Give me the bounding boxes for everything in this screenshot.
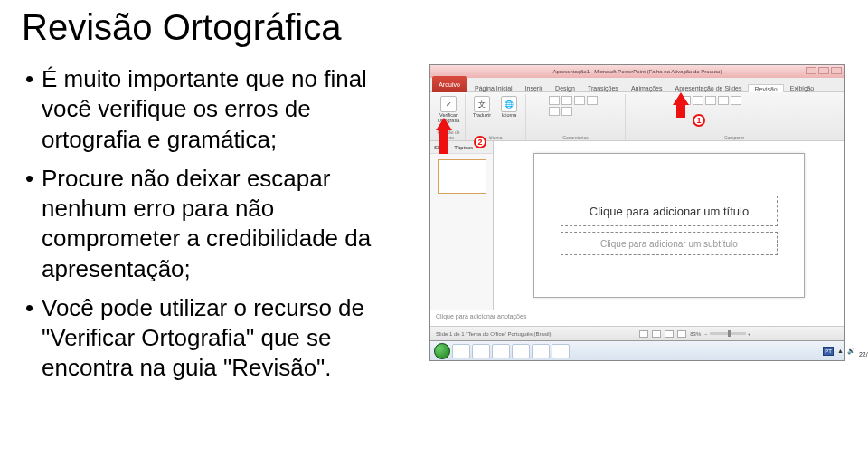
finalizar-button[interactable]: [731, 96, 741, 105]
tab-transicoes[interactable]: Transições: [581, 83, 625, 91]
button-label: Idioma: [502, 113, 517, 119]
clock[interactable]: 16:50 22/03/2013: [859, 345, 868, 358]
taskbar-app-icon[interactable]: [512, 344, 530, 358]
bullet-item: É muito importante que no final você ver…: [25, 64, 410, 155]
subtitle-placeholder[interactable]: Clique para adicionar um subtítulo: [561, 232, 778, 255]
taskbar-app-icon[interactable]: [472, 344, 490, 358]
group-label: Comparar: [626, 135, 843, 140]
idioma-button[interactable]: 🌐Idioma: [496, 96, 522, 125]
powerpoint-screenshot: Apresentação1 - Microsoft PowerPoint (Fa…: [429, 64, 845, 361]
tray-icon[interactable]: 🔊: [847, 348, 855, 355]
tab-inserir[interactable]: Inserir: [519, 83, 549, 91]
ribbon-group-language: 文Traduzir 🌐Idioma Idioma: [466, 94, 526, 140]
traduzir-button[interactable]: 文Traduzir: [469, 96, 495, 125]
callout-number-2: 2: [474, 136, 486, 148]
taskbar-app-icon[interactable]: [532, 344, 550, 358]
callout-arrow-1: [673, 92, 689, 129]
slide[interactable]: Clique para adicionar um título Clique p…: [533, 153, 805, 298]
tab-exibicao[interactable]: Exibição: [784, 83, 820, 91]
clock-time: 16:50: [859, 345, 868, 351]
language-indicator[interactable]: PT: [823, 347, 834, 356]
window-titlebar: Apresentação1 - Microsoft PowerPoint (Fa…: [430, 65, 844, 78]
notes-pane[interactable]: Clique para adicionar anotações: [430, 310, 844, 326]
view-normal-button[interactable]: [639, 330, 648, 338]
zoom-slider[interactable]: −+: [704, 331, 750, 337]
view-reading-button[interactable]: [665, 330, 674, 338]
minimize-icon[interactable]: [806, 67, 816, 74]
maximize-icon[interactable]: [818, 67, 829, 74]
page-title: Revisão Ortográfica: [22, 7, 846, 48]
editar-comentario-button[interactable]: [574, 96, 585, 105]
tray-icon[interactable]: ▲: [837, 348, 844, 354]
translate-icon: 文: [474, 96, 490, 112]
file-button[interactable]: Arquivo: [432, 76, 467, 92]
title-placeholder[interactable]: Clique para adicionar um título: [561, 196, 778, 226]
status-left: Slide 1 de 1 "Tema do Office" Português …: [436, 331, 552, 337]
spellcheck-icon: ✓: [440, 96, 457, 112]
tab-animacoes[interactable]: Animações: [625, 83, 669, 91]
tab-apresentacao[interactable]: Apresentação de Slides: [669, 83, 749, 91]
novo-comentario-button[interactable]: [561, 96, 572, 105]
comentario-proximo-button[interactable]: [561, 107, 572, 116]
button-label: Traduzir: [473, 113, 491, 119]
tab-pagina-inicial[interactable]: Página Inicial: [468, 83, 519, 91]
clock-date: 22/03/2013: [859, 351, 868, 358]
taskbar-app-icon[interactable]: [492, 344, 510, 358]
zoom-percent: 83%: [690, 331, 701, 337]
comentario-anterior-button[interactable]: [549, 107, 560, 116]
bullet-column: É muito importante que no final você ver…: [22, 64, 410, 393]
status-bar: Slide 1 de 1 "Tema do Office" Português …: [430, 326, 844, 340]
view-slideshow-button[interactable]: [677, 330, 686, 338]
window-title: Apresentação1 - Microsoft PowerPoint (Fa…: [553, 69, 722, 74]
taskbar-app-icon[interactable]: [552, 344, 570, 358]
excluir-comentario-button[interactable]: [587, 96, 598, 105]
tab-design[interactable]: Design: [549, 83, 581, 91]
bullet-item: Você pode utilizar o recurso de "Verific…: [25, 293, 410, 384]
callout-number-1: 1: [693, 114, 705, 127]
aceitar-button[interactable]: [693, 96, 703, 105]
mostrar-marcacoes-button[interactable]: [549, 96, 560, 105]
system-tray: PT ▲ 🔊 16:50 22/03/2013: [823, 345, 868, 358]
slide-thumbnail[interactable]: [438, 159, 486, 194]
thumbs-tab-topicos[interactable]: Tópicos: [454, 145, 473, 150]
taskbar-app-icon[interactable]: [452, 344, 470, 358]
slide-canvas: Clique para adicionar um título Clique p…: [494, 141, 844, 310]
start-button[interactable]: [434, 343, 450, 359]
windows-taskbar: PT ▲ 🔊 16:50 22/03/2013: [430, 340, 844, 360]
painel-revisao-button[interactable]: [718, 96, 729, 105]
ribbon-tabs: Arquivo Página Inicial Inserir Design Tr…: [430, 78, 844, 92]
tab-revisao[interactable]: Revisão: [748, 84, 783, 92]
callout-arrow-2: [436, 118, 452, 154]
rejeitar-button[interactable]: [705, 96, 716, 105]
slide-thumbnail-panel: Slides Tópicos: [430, 141, 494, 310]
close-icon[interactable]: [831, 67, 842, 74]
bullet-item: Procure não deixar escapar nenhum erro p…: [25, 164, 410, 284]
view-sorter-button[interactable]: [652, 330, 661, 338]
ribbon-group-compare: Comparar: [626, 94, 843, 140]
language-icon: 🌐: [501, 96, 517, 112]
ribbon: ✓ Verificar Ortografia Revisão de Texto …: [430, 92, 844, 141]
